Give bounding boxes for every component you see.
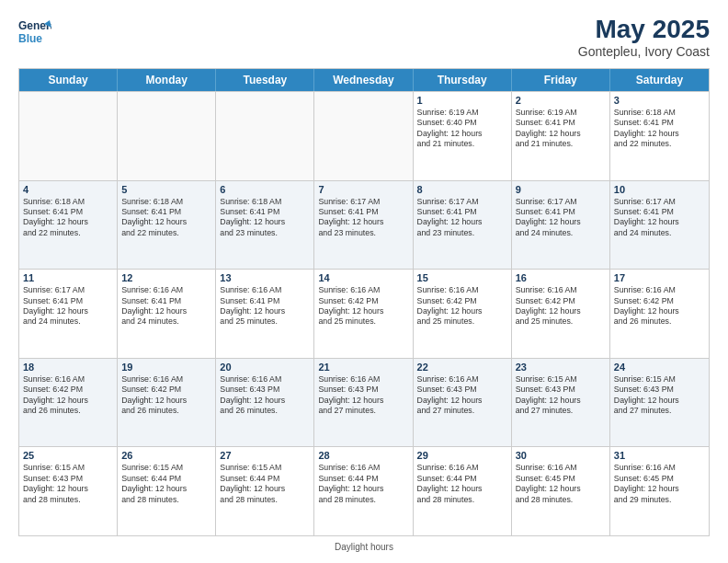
svg-text:General: General: [18, 19, 51, 32]
day-number-19: 19: [121, 362, 211, 373]
day-number-21: 21: [318, 362, 408, 373]
day-info-22: Sunrise: 6:16 AM Sunset: 6:43 PM Dayligh…: [417, 374, 507, 417]
day-info-21: Sunrise: 6:16 AM Sunset: 6:43 PM Dayligh…: [318, 374, 408, 417]
day-number-12: 12: [121, 272, 211, 283]
day-info-3: Sunrise: 6:18 AM Sunset: 6:41 PM Dayligh…: [614, 108, 705, 150]
day-info-5: Sunrise: 6:18 AM Sunset: 6:41 PM Dayligh…: [121, 197, 211, 239]
week-row-1: 1Sunrise: 6:19 AM Sunset: 6:40 PM Daylig…: [19, 91, 709, 180]
day-number-13: 13: [220, 272, 310, 283]
logo: General Blue: [18, 15, 51, 48]
day-number-18: 18: [23, 362, 113, 373]
day-number-27: 27: [220, 450, 310, 461]
day-info-17: Sunrise: 6:16 AM Sunset: 6:42 PM Dayligh…: [614, 285, 705, 327]
empty-cell: [19, 92, 118, 180]
footer-note: Daylight hours: [18, 542, 710, 552]
day-cell-30: 30Sunrise: 6:16 AM Sunset: 6:45 PM Dayli…: [512, 447, 610, 535]
day-number-1: 1: [417, 95, 507, 106]
header-day-saturday: Saturday: [610, 69, 709, 91]
day-info-26: Sunrise: 6:15 AM Sunset: 6:44 PM Dayligh…: [121, 463, 211, 505]
day-info-1: Sunrise: 6:19 AM Sunset: 6:40 PM Dayligh…: [417, 108, 507, 150]
day-number-22: 22: [417, 362, 507, 373]
day-number-6: 6: [220, 184, 310, 195]
week-row-4: 18Sunrise: 6:16 AM Sunset: 6:42 PM Dayli…: [19, 358, 709, 447]
day-cell-27: 27Sunrise: 6:15 AM Sunset: 6:44 PM Dayli…: [216, 447, 314, 535]
day-info-18: Sunrise: 6:16 AM Sunset: 6:42 PM Dayligh…: [23, 374, 113, 417]
day-number-20: 20: [220, 362, 310, 373]
day-cell-26: 26Sunrise: 6:15 AM Sunset: 6:44 PM Dayli…: [118, 447, 216, 535]
header-day-wednesday: Wednesday: [314, 69, 413, 91]
day-cell-7: 7Sunrise: 6:17 AM Sunset: 6:41 PM Daylig…: [314, 181, 413, 270]
day-cell-2: 2Sunrise: 6:19 AM Sunset: 6:41 PM Daylig…: [512, 92, 610, 180]
day-number-9: 9: [516, 184, 606, 195]
day-number-16: 16: [516, 272, 606, 283]
day-cell-10: 10Sunrise: 6:17 AM Sunset: 6:41 PM Dayli…: [610, 181, 709, 270]
svg-text:Blue: Blue: [18, 32, 42, 45]
day-number-23: 23: [516, 362, 606, 373]
day-info-25: Sunrise: 6:15 AM Sunset: 6:43 PM Dayligh…: [23, 463, 113, 505]
location: Gontepleu, Ivory Coast: [578, 44, 710, 59]
day-info-12: Sunrise: 6:16 AM Sunset: 6:41 PM Dayligh…: [121, 285, 211, 327]
day-info-28: Sunrise: 6:16 AM Sunset: 6:44 PM Dayligh…: [318, 463, 408, 505]
week-row-5: 25Sunrise: 6:15 AM Sunset: 6:43 PM Dayli…: [19, 446, 709, 535]
day-number-30: 30: [516, 450, 606, 461]
day-number-14: 14: [318, 272, 408, 283]
day-cell-9: 9Sunrise: 6:17 AM Sunset: 6:41 PM Daylig…: [512, 181, 610, 270]
day-cell-14: 14Sunrise: 6:16 AM Sunset: 6:42 PM Dayli…: [314, 270, 413, 358]
day-info-20: Sunrise: 6:16 AM Sunset: 6:43 PM Dayligh…: [220, 374, 310, 417]
day-number-15: 15: [417, 272, 507, 283]
day-number-2: 2: [516, 95, 606, 106]
day-number-3: 3: [614, 95, 705, 106]
header-day-thursday: Thursday: [414, 69, 512, 91]
day-number-7: 7: [318, 184, 408, 195]
week-row-2: 4Sunrise: 6:18 AM Sunset: 6:41 PM Daylig…: [19, 180, 709, 270]
header-day-friday: Friday: [512, 69, 610, 91]
day-number-26: 26: [121, 450, 211, 461]
day-number-4: 4: [23, 184, 113, 195]
day-info-23: Sunrise: 6:15 AM Sunset: 6:43 PM Dayligh…: [516, 374, 606, 417]
day-cell-23: 23Sunrise: 6:15 AM Sunset: 6:43 PM Dayli…: [512, 359, 610, 447]
day-cell-29: 29Sunrise: 6:16 AM Sunset: 6:44 PM Dayli…: [414, 447, 512, 535]
day-cell-4: 4Sunrise: 6:18 AM Sunset: 6:41 PM Daylig…: [19, 181, 118, 270]
day-number-25: 25: [23, 450, 113, 461]
header-day-sunday: Sunday: [19, 69, 118, 91]
day-info-7: Sunrise: 6:17 AM Sunset: 6:41 PM Dayligh…: [318, 197, 408, 239]
day-number-31: 31: [614, 450, 705, 461]
day-cell-12: 12Sunrise: 6:16 AM Sunset: 6:41 PM Dayli…: [118, 270, 216, 358]
day-info-11: Sunrise: 6:17 AM Sunset: 6:41 PM Dayligh…: [23, 285, 113, 327]
day-cell-25: 25Sunrise: 6:15 AM Sunset: 6:43 PM Dayli…: [19, 447, 118, 535]
day-info-4: Sunrise: 6:18 AM Sunset: 6:41 PM Dayligh…: [23, 197, 113, 239]
day-cell-17: 17Sunrise: 6:16 AM Sunset: 6:42 PM Dayli…: [610, 270, 709, 358]
day-number-10: 10: [614, 184, 705, 195]
day-info-24: Sunrise: 6:15 AM Sunset: 6:43 PM Dayligh…: [614, 374, 705, 417]
day-info-31: Sunrise: 6:16 AM Sunset: 6:45 PM Dayligh…: [614, 463, 705, 505]
day-info-2: Sunrise: 6:19 AM Sunset: 6:41 PM Dayligh…: [516, 108, 606, 150]
logo-svg: General Blue: [18, 15, 51, 48]
empty-cell: [216, 92, 314, 180]
day-info-13: Sunrise: 6:16 AM Sunset: 6:41 PM Dayligh…: [220, 285, 310, 327]
day-info-8: Sunrise: 6:17 AM Sunset: 6:41 PM Dayligh…: [417, 197, 507, 239]
day-cell-6: 6Sunrise: 6:18 AM Sunset: 6:41 PM Daylig…: [216, 181, 314, 270]
day-cell-15: 15Sunrise: 6:16 AM Sunset: 6:42 PM Dayli…: [414, 270, 512, 358]
day-cell-18: 18Sunrise: 6:16 AM Sunset: 6:42 PM Dayli…: [19, 359, 118, 447]
empty-cell: [118, 92, 216, 180]
day-info-19: Sunrise: 6:16 AM Sunset: 6:42 PM Dayligh…: [121, 374, 211, 417]
day-cell-28: 28Sunrise: 6:16 AM Sunset: 6:44 PM Dayli…: [314, 447, 413, 535]
header-day-monday: Monday: [118, 69, 216, 91]
calendar-body: 1Sunrise: 6:19 AM Sunset: 6:40 PM Daylig…: [19, 91, 709, 535]
day-cell-21: 21Sunrise: 6:16 AM Sunset: 6:43 PM Dayli…: [314, 359, 413, 447]
day-info-6: Sunrise: 6:18 AM Sunset: 6:41 PM Dayligh…: [220, 197, 310, 239]
day-info-9: Sunrise: 6:17 AM Sunset: 6:41 PM Dayligh…: [516, 197, 606, 239]
calendar-header: SundayMondayTuesdayWednesdayThursdayFrid…: [19, 69, 709, 91]
day-cell-24: 24Sunrise: 6:15 AM Sunset: 6:43 PM Dayli…: [610, 359, 709, 447]
day-number-8: 8: [417, 184, 507, 195]
title-block: May 2025 Gontepleu, Ivory Coast: [578, 15, 710, 59]
week-row-3: 11Sunrise: 6:17 AM Sunset: 6:41 PM Dayli…: [19, 269, 709, 358]
day-number-11: 11: [23, 272, 113, 283]
day-cell-11: 11Sunrise: 6:17 AM Sunset: 6:41 PM Dayli…: [19, 270, 118, 358]
day-info-16: Sunrise: 6:16 AM Sunset: 6:42 PM Dayligh…: [516, 285, 606, 327]
day-info-30: Sunrise: 6:16 AM Sunset: 6:45 PM Dayligh…: [516, 463, 606, 505]
header: General Blue May 2025 Gontepleu, Ivory C…: [18, 15, 710, 59]
day-cell-22: 22Sunrise: 6:16 AM Sunset: 6:43 PM Dayli…: [414, 359, 512, 447]
day-cell-8: 8Sunrise: 6:17 AM Sunset: 6:41 PM Daylig…: [414, 181, 512, 270]
page: General Blue May 2025 Gontepleu, Ivory C…: [0, 0, 728, 563]
